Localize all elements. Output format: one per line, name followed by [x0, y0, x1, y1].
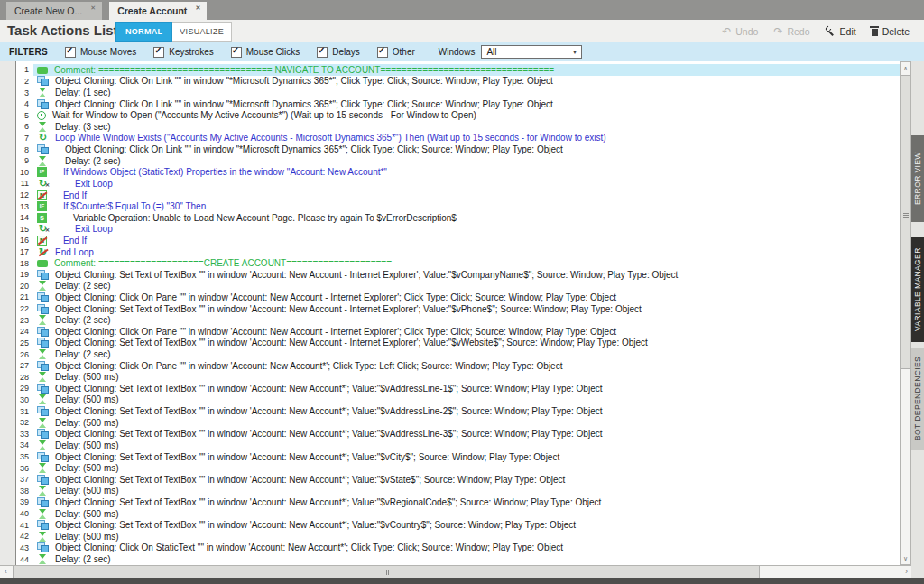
- task-row-text: Exit Loop: [53, 224, 113, 234]
- task-row[interactable]: 43Object Cloning: Click On StaticText ""…: [0, 542, 900, 554]
- side-tab-variable-manager[interactable]: VARIABLE MANAGER: [911, 237, 924, 342]
- task-row-body: ↻Exit Loop: [33, 224, 900, 236]
- task-row[interactable]: 6Delay: (3 sec): [0, 121, 900, 133]
- task-row-text: End Loop: [53, 247, 94, 257]
- task-row[interactable]: 27Object Cloning: Click On Pane "" in wi…: [0, 360, 900, 372]
- task-row-body: Delay: (500 ms): [33, 531, 900, 542]
- window-tab[interactable]: Create New O...✕: [6, 2, 102, 20]
- edit-label: Edit: [840, 26, 856, 37]
- task-row[interactable]: 42Delay: (500 ms): [0, 531, 900, 542]
- task-row[interactable]: 2Object Cloning: Click On Link "" in win…: [0, 76, 900, 88]
- undo-button[interactable]: ↶ Undo: [722, 26, 758, 37]
- task-row[interactable]: 10IFIf Windows Object (StaticText) Prope…: [0, 166, 900, 178]
- task-row-body: Delay: (500 ms): [33, 394, 900, 406]
- task-row-text: End If: [51, 236, 87, 246]
- windows-select[interactable]: All ▼: [481, 45, 582, 59]
- vertical-scroll-thumb[interactable]: [901, 75, 910, 369]
- side-tab-bot-dependencies[interactable]: BOT DEPENDENCIES: [911, 348, 924, 450]
- task-row[interactable]: 35Object Cloning: Set Text of TextBox ""…: [0, 451, 900, 463]
- line-number: 25: [0, 338, 33, 348]
- task-row[interactable]: 39Object Cloning: Set Text of TextBox ""…: [0, 496, 900, 508]
- task-row[interactable]: 18Comment: ====================CREATE AC…: [0, 257, 900, 269]
- clone-icon: [37, 429, 49, 439]
- scroll-down-icon[interactable]: ∨: [901, 552, 910, 564]
- horizontal-scrollbar[interactable]: ‹ ›: [0, 565, 912, 578]
- vertical-scrollbar[interactable]: ∧ ∨: [900, 61, 911, 565]
- line-number: 37: [0, 475, 33, 484]
- delay-icon: [37, 554, 49, 564]
- task-row[interactable]: 9Delay: (2 sec): [0, 155, 900, 167]
- side-tab-error-view[interactable]: ERROR VIEW: [911, 135, 924, 222]
- task-row[interactable]: 28Delay: (500 ms): [0, 371, 900, 383]
- windows-label: Windows: [439, 47, 476, 57]
- window-tab[interactable]: Create Account✕: [109, 2, 207, 20]
- normal-button[interactable]: NORMAL: [116, 22, 172, 42]
- delete-button[interactable]: Delete: [872, 26, 910, 37]
- task-row[interactable]: 31Object Cloning: Set Text of TextBox ""…: [0, 405, 900, 417]
- scroll-left-icon[interactable]: ‹: [0, 566, 12, 578]
- checkbox[interactable]: [65, 47, 76, 58]
- close-icon[interactable]: ✕: [90, 4, 96, 13]
- task-row[interactable]: 33Object Cloning: Set Text of TextBox ""…: [0, 429, 900, 440]
- task-row-text: Object Cloning: Set Text of TextBox "" i…: [53, 406, 602, 416]
- task-row-text: Object Cloning: Click On Link "" in wind…: [53, 76, 553, 86]
- line-number: 33: [0, 430, 33, 439]
- line-number: 42: [0, 532, 33, 541]
- task-row-body: Object Cloning: Click On Pane "" in wind…: [33, 292, 900, 303]
- task-row-body: Delay: (500 ms): [33, 371, 900, 383]
- task-row[interactable]: 1Comment: ==============================…: [0, 64, 900, 76]
- delay-icon: [37, 156, 49, 166]
- task-row[interactable]: 24Object Cloning: Click On Pane "" in wi…: [0, 326, 900, 338]
- task-row-body: Object Cloning: Set Text of TextBox "" i…: [33, 496, 900, 508]
- task-row[interactable]: 5Wait for Window to Open ("Accounts My A…: [0, 109, 900, 121]
- redo-button[interactable]: ↷ Redo: [773, 26, 809, 37]
- line-number: 14: [0, 213, 33, 222]
- task-row-text: If $Counter$ Equal To (=) "30" Then: [51, 201, 206, 211]
- task-row[interactable]: 17↻End Loop: [0, 246, 900, 258]
- task-row[interactable]: 14$Variable Operation: Unable to Load Ne…: [0, 212, 900, 224]
- task-row[interactable]: 16NEnd If: [0, 235, 900, 246]
- task-row[interactable]: 40Delay: (500 ms): [0, 508, 900, 520]
- scroll-up-icon[interactable]: ∧: [901, 62, 910, 74]
- line-number: 22: [0, 304, 33, 313]
- toolbar-actions: ↶ Undo ↷ Redo Edit Delete: [722, 20, 910, 42]
- checkbox[interactable]: [231, 47, 242, 58]
- task-row[interactable]: 19Object Cloning: Set Text of TextBox ""…: [0, 269, 900, 281]
- task-row[interactable]: 8Object Cloning: Click On Link "" in win…: [0, 144, 900, 155]
- task-row[interactable]: 37Object Cloning: Set Text of TextBox ""…: [0, 474, 900, 486]
- task-row[interactable]: 15↻Exit Loop: [0, 224, 900, 236]
- line-number: 38: [0, 487, 33, 496]
- task-row[interactable]: 21Object Cloning: Click On Pane "" in wi…: [0, 292, 900, 303]
- task-row[interactable]: 36Delay: (500 ms): [0, 462, 900, 474]
- horizontal-scroll-thumb[interactable]: [13, 566, 760, 578]
- task-row[interactable]: 44Delay: (2 sec): [0, 553, 900, 565]
- task-row[interactable]: 13IFIf $Counter$ Equal To (=) "30" Then: [0, 200, 900, 212]
- task-row[interactable]: 30Delay: (500 ms): [0, 394, 900, 406]
- checkbox[interactable]: [317, 47, 328, 58]
- checkbox[interactable]: [377, 47, 388, 58]
- task-row[interactable]: 26Delay: (2 sec): [0, 348, 900, 360]
- task-row[interactable]: 41Object Cloning: Set Text of TextBox ""…: [0, 519, 900, 531]
- visualize-button[interactable]: VISUALIZE: [172, 22, 232, 42]
- task-row[interactable]: 25Object Cloning: Set Text of TextBox ""…: [0, 338, 900, 349]
- line-number: 6: [0, 122, 33, 131]
- line-number: 35: [0, 452, 33, 461]
- task-row[interactable]: 22Object Cloning: Set Text of TextBox ""…: [0, 303, 900, 315]
- task-row[interactable]: 29Object Cloning: Set Text of TextBox ""…: [0, 383, 900, 394]
- edit-button[interactable]: Edit: [826, 26, 856, 37]
- task-row-text: Delay: (2 sec): [53, 315, 111, 325]
- task-row[interactable]: 23Delay: (2 sec): [0, 314, 900, 326]
- task-row[interactable]: 38Delay: (500 ms): [0, 486, 900, 497]
- task-row[interactable]: 20Delay: (2 sec): [0, 281, 900, 292]
- task-row[interactable]: 4Object Cloning: Click On Link "" in win…: [0, 98, 900, 110]
- task-row[interactable]: 11↻Exit Loop: [0, 178, 900, 190]
- close-icon[interactable]: ✕: [195, 4, 200, 13]
- task-row[interactable]: 3Delay: (1 sec): [0, 87, 900, 98]
- task-row[interactable]: 7↻Loop While Window Exists ("Accounts My…: [0, 133, 900, 144]
- task-row[interactable]: 34Delay: (500 ms): [0, 440, 900, 451]
- task-row[interactable]: 32Delay: (500 ms): [0, 417, 900, 429]
- task-row[interactable]: 12NEnd If: [0, 190, 900, 201]
- task-row-text: Delay: (500 ms): [53, 440, 119, 450]
- if-icon: IF: [37, 167, 47, 177]
- checkbox[interactable]: [153, 47, 164, 58]
